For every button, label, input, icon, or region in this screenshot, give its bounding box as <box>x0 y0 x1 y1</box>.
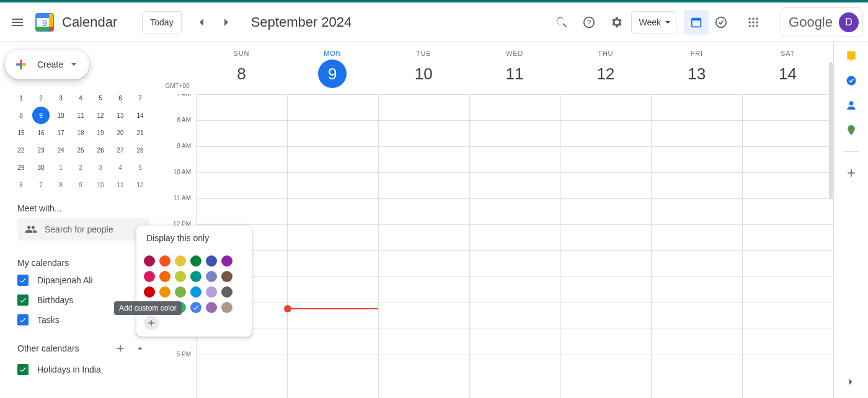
mini-cal-day[interactable]: 22 <box>12 141 30 159</box>
color-swatch[interactable] <box>144 271 155 282</box>
mini-cal-day[interactable]: 11 <box>112 176 129 193</box>
color-swatch[interactable] <box>221 302 232 313</box>
calendar-list-item[interactable]: Dipanjenah Ali <box>17 270 149 290</box>
color-swatch[interactable] <box>159 286 170 298</box>
color-swatch[interactable] <box>206 302 217 313</box>
mini-cal-day[interactable]: 10 <box>52 107 69 124</box>
mini-calendar[interactable]: 1234567891011121314151617181920212223242… <box>5 89 159 193</box>
mini-cal-day[interactable]: 4 <box>112 159 129 176</box>
mini-cal-day[interactable]: 6 <box>112 89 129 107</box>
day-column[interactable] <box>742 94 833 398</box>
maps-button[interactable] <box>845 124 857 136</box>
day-header[interactable]: FRI13 <box>651 42 742 94</box>
create-button[interactable]: Create <box>5 50 89 79</box>
mini-cal-day[interactable]: 25 <box>72 141 89 159</box>
color-swatch[interactable] <box>144 286 155 298</box>
color-swatch[interactable] <box>221 271 232 282</box>
search-button[interactable] <box>549 10 574 35</box>
display-only-button[interactable]: Display this only <box>136 226 252 250</box>
add-custom-color-button[interactable] <box>144 316 159 330</box>
mini-cal-day[interactable]: 24 <box>52 141 69 159</box>
color-swatch[interactable] <box>159 271 170 282</box>
calendar-checkbox[interactable] <box>17 275 29 286</box>
day-header[interactable]: MON9 <box>287 42 378 94</box>
add-addon-button[interactable] <box>845 167 857 179</box>
day-number[interactable]: 14 <box>774 60 802 88</box>
calendar-list-item[interactable]: Holidays in India <box>17 360 149 379</box>
mini-cal-day[interactable]: 8 <box>52 176 69 193</box>
mini-cal-day[interactable]: 9 <box>72 176 89 193</box>
color-swatch[interactable] <box>190 255 202 267</box>
mini-cal-day[interactable]: 5 <box>92 89 109 107</box>
color-swatch[interactable] <box>190 271 202 282</box>
mini-cal-day[interactable]: 4 <box>72 89 89 107</box>
my-calendars-header[interactable]: My calendars <box>17 258 69 268</box>
avatar[interactable]: D <box>839 12 859 32</box>
mini-cal-day[interactable]: 7 <box>131 89 149 107</box>
day-header[interactable]: SAT14 <box>742 42 833 94</box>
account-widget[interactable]: Google D <box>781 7 863 37</box>
mini-cal-day[interactable]: 8 <box>12 107 30 124</box>
calendar-checkbox[interactable] <box>17 294 29 306</box>
collapse-other-button[interactable] <box>131 340 149 357</box>
mini-cal-day[interactable]: 7 <box>32 176 50 193</box>
other-calendars-header[interactable]: Other calendars <box>17 343 79 353</box>
color-swatch[interactable] <box>175 286 186 298</box>
mini-cal-day[interactable]: 18 <box>72 124 89 141</box>
mini-cal-day[interactable]: 30 <box>32 159 50 176</box>
mini-cal-day[interactable]: 3 <box>92 159 109 176</box>
view-selector[interactable]: Week <box>631 11 677 33</box>
mini-cal-day[interactable]: 13 <box>112 107 129 124</box>
add-calendar-button[interactable] <box>112 340 129 357</box>
date-range-title[interactable]: September 2024 <box>251 14 352 30</box>
mini-cal-day[interactable]: 20 <box>112 124 129 141</box>
color-swatch[interactable] <box>221 255 232 267</box>
day-header[interactable]: WED11 <box>469 42 560 94</box>
color-swatch[interactable] <box>190 286 202 298</box>
mini-cal-day[interactable]: 6 <box>12 176 30 193</box>
rail-tasks-button[interactable] <box>845 74 857 87</box>
day-column[interactable] <box>560 94 651 398</box>
color-swatch[interactable] <box>175 255 186 267</box>
day-number[interactable]: 10 <box>409 60 438 88</box>
keep-button[interactable] <box>845 50 857 62</box>
menu-button[interactable] <box>5 10 30 35</box>
next-week-button[interactable] <box>214 10 239 35</box>
day-column[interactable] <box>651 94 742 398</box>
mini-cal-day[interactable]: 2 <box>32 89 50 107</box>
day-number[interactable]: 9 <box>318 60 347 88</box>
day-header[interactable]: TUE10 <box>378 42 469 94</box>
mini-cal-day[interactable]: 19 <box>92 124 109 141</box>
mini-cal-day[interactable]: 9 <box>32 107 50 124</box>
day-header[interactable]: SUN8 <box>196 42 287 94</box>
contacts-button[interactable] <box>845 99 857 112</box>
day-header[interactable]: THU12 <box>560 42 651 94</box>
calendar-checkbox[interactable] <box>17 364 29 375</box>
mini-cal-day[interactable]: 3 <box>52 89 69 107</box>
search-people-input[interactable]: Search for people <box>17 218 149 241</box>
color-swatch[interactable] <box>206 271 217 282</box>
day-column[interactable] <box>469 94 560 398</box>
app-logo[interactable]: 9 Calendar <box>32 10 117 35</box>
color-swatch[interactable] <box>144 255 155 267</box>
mini-cal-day[interactable]: 17 <box>52 124 69 141</box>
prev-week-button[interactable] <box>189 10 214 35</box>
mini-cal-day[interactable]: 14 <box>131 107 149 124</box>
color-swatch[interactable] <box>175 271 186 282</box>
mini-cal-day[interactable]: 12 <box>131 176 149 193</box>
mini-cal-day[interactable]: 12 <box>92 107 109 124</box>
mini-cal-day[interactable]: 29 <box>12 159 30 176</box>
color-swatch[interactable] <box>206 255 217 267</box>
color-swatch[interactable] <box>159 255 170 267</box>
mini-cal-day[interactable]: 1 <box>12 89 30 107</box>
day-number[interactable]: 12 <box>591 60 620 88</box>
today-button[interactable]: Today <box>142 11 181 33</box>
color-swatch[interactable] <box>221 286 232 298</box>
day-number[interactable]: 11 <box>500 60 529 88</box>
day-column[interactable] <box>287 94 378 398</box>
color-swatch[interactable] <box>206 286 217 298</box>
day-number[interactable]: 8 <box>227 60 255 88</box>
mini-cal-day[interactable]: 1 <box>52 159 69 176</box>
hide-panel-button[interactable] <box>844 376 857 391</box>
mini-cal-day[interactable]: 26 <box>92 141 109 159</box>
